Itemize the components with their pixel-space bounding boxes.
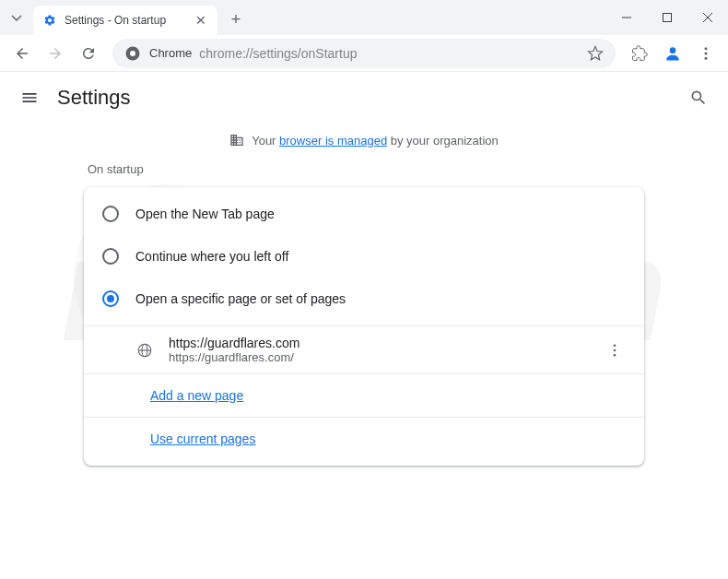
profile-button[interactable]	[658, 39, 687, 68]
radio-label: Open the New Tab page	[135, 207, 275, 221]
svg-point-8	[705, 52, 708, 54]
url-text: chrome://settings/onStartup	[199, 46, 586, 61]
managed-link[interactable]: browser is managed	[279, 134, 387, 148]
minimize-button[interactable]	[606, 0, 647, 35]
radio-label: Open a specific page or set of pages	[135, 291, 346, 306]
close-window-button[interactable]	[687, 0, 728, 35]
startup-page-url: https://guardflares.com/	[169, 350, 604, 364]
browser-toolbar: Chrome chrome://settings/onStartup	[0, 35, 728, 72]
svg-rect-1	[663, 14, 672, 22]
settings-header: Settings	[0, 72, 728, 124]
managed-suffix: by your organization	[387, 134, 499, 148]
back-button[interactable]	[7, 39, 37, 68]
tab-search-dropdown[interactable]	[0, 0, 33, 35]
building-icon	[229, 133, 244, 148]
maximize-button[interactable]	[647, 0, 687, 35]
browser-tab[interactable]: Settings - On startup ✕	[33, 6, 217, 35]
use-current-row: Use current pages	[84, 417, 644, 460]
svg-point-13	[614, 344, 616, 347]
page-title: Settings	[57, 86, 131, 110]
address-bar[interactable]: Chrome chrome://settings/onStartup	[112, 39, 616, 68]
svg-point-14	[614, 349, 616, 351]
radio-new-tab[interactable]: Open the New Tab page	[84, 193, 644, 235]
managed-banner: Your browser is managed by your organiza…	[0, 124, 728, 162]
radio-continue[interactable]: Continue where you left off	[84, 235, 644, 278]
svg-point-9	[705, 56, 708, 59]
svg-point-6	[670, 47, 676, 53]
reload-button[interactable]	[74, 39, 103, 68]
extensions-button[interactable]	[625, 39, 654, 68]
svg-point-7	[705, 47, 708, 50]
section-label: On startup	[84, 162, 644, 176]
managed-prefix: Your	[252, 134, 279, 148]
globe-icon	[135, 341, 154, 360]
radio-specific-page[interactable]: Open a specific page or set of pages	[84, 278, 644, 320]
window-titlebar: Settings - On startup ✕ +	[0, 0, 728, 35]
radio-label: Continue where you left off	[135, 249, 288, 264]
kebab-menu-button[interactable]	[691, 39, 721, 68]
startup-page-row: https://guardflares.com https://guardfla…	[84, 325, 644, 373]
page-actions-kebab[interactable]	[604, 339, 626, 361]
radio-icon	[102, 206, 119, 222]
search-icon[interactable]	[687, 87, 710, 109]
hamburger-menu-icon[interactable]	[18, 87, 41, 109]
add-new-page-link[interactable]: Add a new page	[150, 388, 243, 403]
use-current-pages-link[interactable]: Use current pages	[150, 431, 255, 446]
tab-title: Settings - On startup	[65, 14, 194, 27]
radio-icon	[102, 290, 119, 307]
bookmark-star-icon[interactable]	[586, 44, 605, 63]
svg-point-15	[614, 353, 616, 356]
close-icon[interactable]: ✕	[194, 13, 208, 28]
radio-icon	[102, 248, 119, 265]
startup-page-title: https://guardflares.com	[169, 336, 604, 350]
forward-button[interactable]	[41, 39, 70, 68]
add-page-row: Add a new page	[84, 373, 644, 417]
on-startup-card: Open the New Tab page Continue where you…	[84, 187, 644, 466]
gear-icon	[42, 13, 57, 28]
new-tab-button[interactable]: +	[223, 6, 249, 32]
chrome-icon	[123, 44, 142, 63]
url-scheme-label: Chrome	[149, 46, 192, 60]
svg-point-5	[130, 51, 135, 56]
